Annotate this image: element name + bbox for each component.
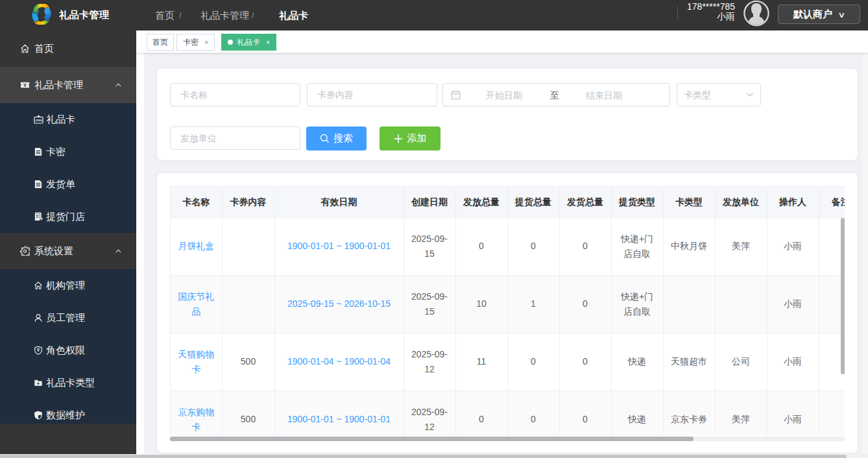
svg-text:OPEN: OPEN xyxy=(35,119,42,122)
